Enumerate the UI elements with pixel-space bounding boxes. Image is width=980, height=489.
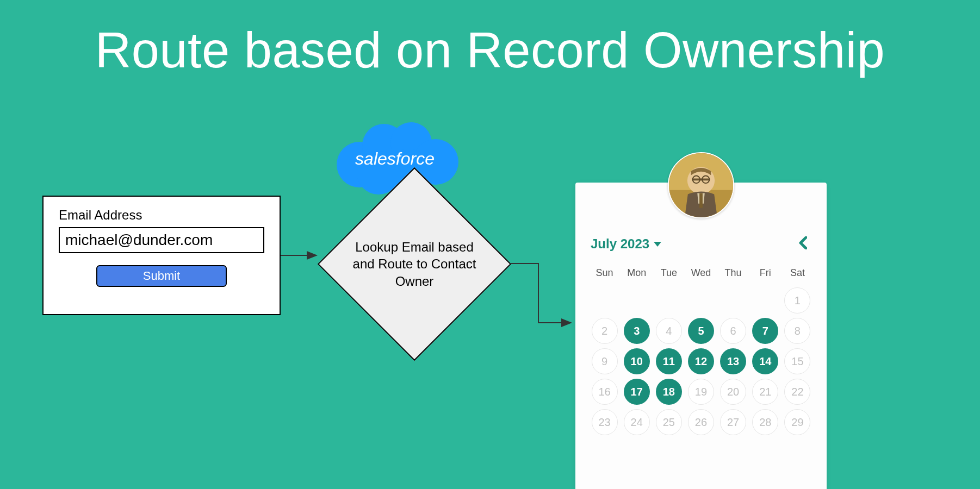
day-cell[interactable]: 11 <box>656 348 682 374</box>
day-cell[interactable]: 12 <box>688 348 714 374</box>
day-cell: 23 <box>592 409 618 435</box>
day-cell[interactable]: 10 <box>624 348 650 374</box>
day-cell: 28 <box>752 409 778 435</box>
chevron-left-icon <box>798 236 807 249</box>
day-cell: 9 <box>592 348 618 374</box>
days-grid: 1234567891011121314151617181920212223242… <box>591 287 811 435</box>
day-cell[interactable]: 7 <box>752 318 778 344</box>
decision-node: Lookup Email based and Route to Contact … <box>317 166 512 362</box>
svg-rect-15 <box>699 193 703 208</box>
day-cell[interactable]: 3 <box>624 318 650 344</box>
email-field[interactable] <box>59 227 264 253</box>
day-cell: 4 <box>656 318 682 344</box>
weekday-row: Sun Mon Tue Wed Thu Fri Sat <box>591 267 811 279</box>
month-picker[interactable]: July 2023 <box>591 236 661 252</box>
day-cell[interactable]: 5 <box>688 318 714 344</box>
page-title: Route based on Record Ownership <box>0 22 980 79</box>
day-cell[interactable]: 13 <box>720 348 746 374</box>
day-cell: 25 <box>656 409 682 435</box>
weekday-label: Sun <box>591 267 618 279</box>
chevron-down-icon <box>654 242 661 247</box>
submit-button[interactable]: Submit <box>96 265 227 287</box>
day-cell: 20 <box>720 379 746 405</box>
day-cell: 6 <box>720 318 746 344</box>
day-cell: 27 <box>720 409 746 435</box>
day-cell: 19 <box>688 379 714 405</box>
day-cell: 2 <box>592 318 618 344</box>
month-label-text: July 2023 <box>591 236 649 252</box>
weekday-label: Mon <box>623 267 650 279</box>
owner-avatar <box>668 152 734 218</box>
weekday-label: Tue <box>655 267 683 279</box>
day-cell: 26 <box>688 409 714 435</box>
day-cell: 16 <box>592 379 618 405</box>
day-cell: 8 <box>784 318 810 344</box>
weekday-label: Sat <box>784 267 811 279</box>
svg-rect-12 <box>692 178 710 180</box>
day-cell: 1 <box>784 287 810 314</box>
weekday-label: Fri <box>752 267 779 279</box>
day-cell[interactable]: 14 <box>752 348 778 374</box>
day-cell: 21 <box>752 379 778 405</box>
day-cell: 24 <box>624 409 650 435</box>
email-form-card: Email Address Submit <box>42 196 281 315</box>
calendar-prev-button[interactable] <box>794 233 811 255</box>
weekday-label: Wed <box>687 267 715 279</box>
day-cell: 15 <box>784 348 810 374</box>
decision-text: Lookup Email based and Route to Contact … <box>349 239 480 290</box>
day-cell: 29 <box>784 409 810 435</box>
email-label: Email Address <box>59 208 264 223</box>
day-cell: 22 <box>784 379 810 405</box>
day-cell[interactable]: 17 <box>624 379 650 405</box>
calendar-header: July 2023 <box>591 233 811 255</box>
weekday-label: Thu <box>720 267 747 279</box>
svg-text:salesforce: salesforce <box>355 149 435 168</box>
calendar-card: July 2023 Sun Mon Tue Wed Thu Fri Sat 12… <box>575 183 827 489</box>
day-cell[interactable]: 18 <box>656 379 682 405</box>
